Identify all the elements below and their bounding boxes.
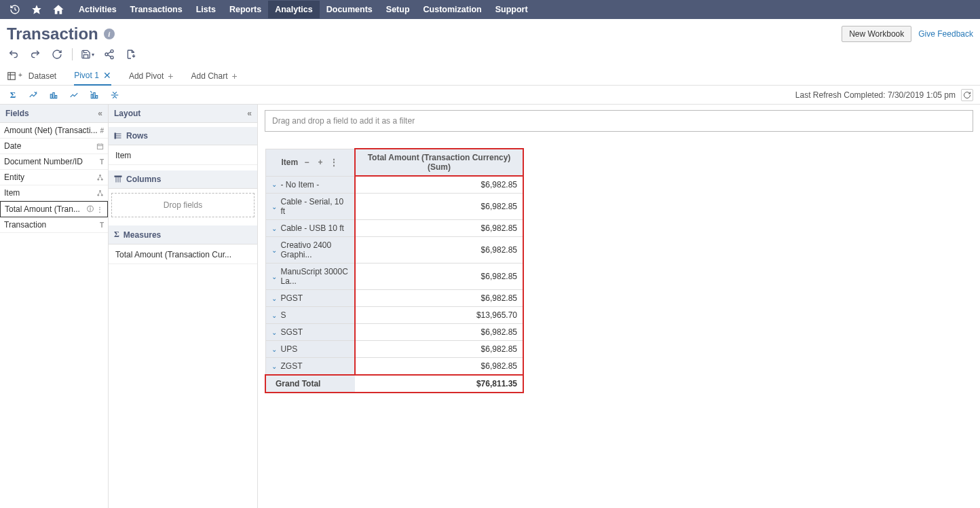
row-label-cell[interactable]: ⌄ZGST (265, 358, 355, 376)
give-feedback-link[interactable]: Give Feedback (918, 29, 973, 39)
add-chart-label: Add Chart (191, 71, 227, 81)
chevron-down-icon[interactable]: ⌄ (271, 247, 277, 254)
new-workbook-button[interactable]: New Workbook (842, 26, 911, 42)
save-icon[interactable]: ▾ (81, 48, 94, 61)
collapse-all-icon[interactable] (109, 89, 121, 101)
pivot-item-header[interactable]: Item − + ⋮ (265, 149, 355, 176)
chart-type-1-icon[interactable] (27, 89, 39, 101)
refresh-button[interactable] (961, 89, 973, 101)
chart-type-3-icon[interactable] (68, 89, 80, 101)
table-row: ⌄PGST$6,982.85 (265, 290, 523, 307)
svg-point-22 (97, 178, 99, 180)
row-label-cell[interactable]: ⌄Cable - USB 10 ft (265, 220, 355, 237)
row-label-text: ZGST (281, 361, 303, 371)
nav-item-customization[interactable]: Customization (417, 1, 489, 18)
history-icon[interactable] (7, 1, 23, 18)
field-type-icon: T (100, 158, 104, 166)
field-label: Transaction (4, 220, 46, 230)
collapse-layout-icon[interactable]: « (247, 109, 252, 118)
nav-item-reports[interactable]: Reports (223, 1, 268, 18)
nav-item-documents[interactable]: Documents (320, 1, 379, 18)
value-cell: $6,982.85 (355, 290, 523, 307)
row-label-cell[interactable]: ⌄Cable - Serial, 10 ft (265, 194, 355, 220)
export-icon[interactable] (124, 48, 138, 61)
sigma-icon[interactable]: Σ (7, 89, 19, 101)
add-pivot-button[interactable]: Add Pivot + (129, 67, 174, 86)
refresh-icon[interactable] (50, 48, 64, 61)
chevron-down-icon[interactable]: ⌄ (271, 312, 277, 319)
chevron-down-icon[interactable]: ⌄ (271, 181, 277, 188)
sub-toolbar: Σ Last Refresh Completed: 7/30/2019 1:05… (0, 86, 980, 105)
row-label-cell[interactable]: ⌄SGST (265, 324, 355, 341)
separator (72, 48, 73, 60)
collapse-all-rows-icon[interactable]: − (302, 158, 312, 167)
row-label-cell[interactable]: ⌄Creativo 2400 Graphi... (265, 237, 355, 264)
row-label-cell[interactable]: ⌄ManuScript 3000C La... (265, 264, 355, 290)
field-item[interactable]: Entity (0, 170, 108, 185)
row-label-cell[interactable]: ⌄S (265, 307, 355, 324)
rows-section-label: Rows (126, 131, 148, 141)
star-icon[interactable] (29, 1, 45, 18)
home-icon[interactable] (50, 1, 67, 18)
redo-icon[interactable] (29, 48, 42, 61)
field-menu-icon[interactable]: ⋮ (96, 206, 103, 213)
row-label-cell[interactable]: ⌄PGST (265, 290, 355, 307)
field-item[interactable]: Item (0, 185, 108, 201)
pivot-measure-header[interactable]: Total Amount (Transaction Currency) (Sum… (355, 149, 523, 176)
chevron-down-icon[interactable]: ⌄ (271, 346, 277, 353)
value-cell: $6,982.85 (355, 358, 523, 376)
tab-pivot1[interactable]: Pivot 1 ✕ (74, 67, 111, 86)
chevron-down-icon[interactable]: ⌄ (271, 225, 277, 232)
expand-all-rows-icon[interactable]: + (316, 158, 325, 167)
add-chart-button[interactable]: Add Chart + (191, 67, 237, 86)
columns-drop-zone[interactable]: Drop fields (111, 193, 255, 217)
field-item[interactable]: Total Amount (Tran...ⓘ⋮ (0, 201, 108, 217)
nav-item-setup[interactable]: Setup (379, 1, 417, 18)
collapse-fields-icon[interactable]: « (98, 109, 102, 118)
nav-item-activities[interactable]: Activities (72, 1, 124, 18)
field-item[interactable]: TransactionT (0, 217, 108, 233)
value-cell: $13,965.70 (355, 307, 523, 324)
field-label: Date (4, 141, 21, 151)
close-tab-icon[interactable]: ✕ (103, 70, 111, 81)
measures-section-header: Σ Measures (109, 225, 257, 244)
svg-rect-34 (115, 133, 116, 139)
nav-item-lists[interactable]: Lists (189, 1, 223, 18)
field-item[interactable]: Amount (Net) (Transacti...# (0, 123, 108, 139)
plus-icon: + (231, 71, 237, 81)
columns-section-label: Columns (126, 175, 161, 184)
info-icon[interactable]: ⓘ (87, 204, 94, 214)
undo-icon[interactable] (7, 48, 20, 61)
fields-panel: Fields « Amount (Net) (Transacti...#Date… (0, 105, 109, 508)
layout-panel-header: Layout « (109, 105, 257, 123)
row-label-cell[interactable]: ⌄- No Item - (265, 176, 355, 194)
field-type-icon: T (100, 221, 104, 229)
svg-line-29 (98, 192, 100, 194)
chevron-down-icon[interactable]: ⌄ (271, 295, 277, 302)
svg-rect-11 (55, 95, 56, 98)
field-label: Entity (4, 173, 24, 182)
field-type-icon (96, 174, 104, 181)
filter-drop-bar[interactable]: Drag and drop a field to add it as a fil… (265, 110, 973, 132)
rows-chip-item[interactable]: Item (109, 147, 257, 165)
field-item[interactable]: Document Number/IDT (0, 154, 108, 170)
chart-type-4-icon[interactable] (88, 89, 100, 101)
chevron-down-icon[interactable]: ⌄ (271, 273, 277, 280)
toolbar: ▾ (0, 46, 980, 67)
chevron-down-icon[interactable]: ⌄ (271, 203, 277, 211)
item-menu-icon[interactable]: ⋮ (329, 158, 339, 167)
tab-dataset[interactable]: + Dataset (7, 67, 56, 86)
svg-line-15 (90, 91, 92, 92)
measures-chip[interactable]: Total Amount (Transaction Cur... (109, 246, 257, 264)
chevron-down-icon[interactable]: ⌄ (271, 329, 277, 336)
field-type-icon (96, 189, 104, 197)
info-icon[interactable]: i (104, 29, 115, 39)
row-label-cell[interactable]: ⌄UPS (265, 341, 355, 358)
nav-item-analytics[interactable]: Analytics (268, 1, 320, 18)
nav-item-transactions[interactable]: Transactions (124, 1, 189, 18)
field-item[interactable]: Date (0, 139, 108, 154)
chevron-down-icon[interactable]: ⌄ (271, 363, 277, 370)
share-icon[interactable] (102, 48, 116, 61)
chart-type-2-icon[interactable] (48, 89, 60, 101)
nav-item-support[interactable]: Support (489, 1, 535, 18)
